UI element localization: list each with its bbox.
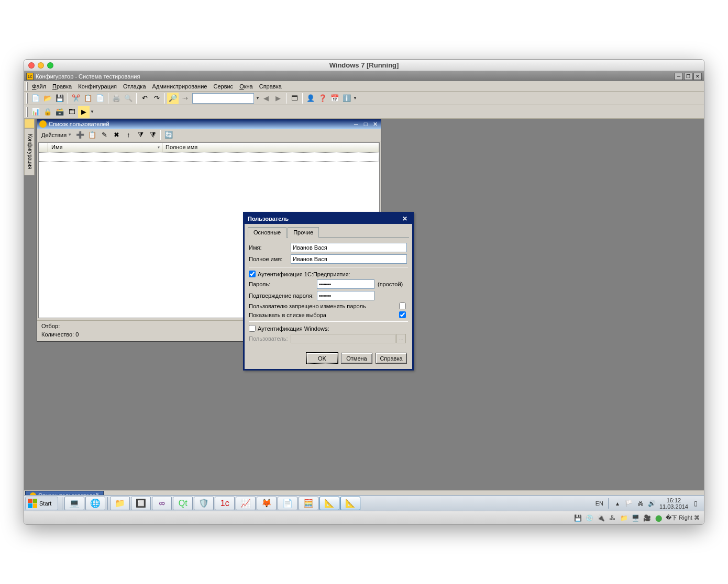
vm-usb-icon[interactable]: 🔌 — [597, 514, 605, 522]
taskbar-app-vs[interactable]: ∞ — [152, 497, 172, 510]
search-combo[interactable] — [192, 93, 254, 104]
cancel-button[interactable]: Отмена — [341, 353, 372, 364]
restore-button[interactable]: ❐ — [684, 73, 692, 80]
taskbar-app-config2[interactable]: 📐 — [340, 497, 360, 510]
fullname-field[interactable] — [291, 254, 407, 264]
userlist-titlebar[interactable]: Список пользователей ─ □ ✕ — [37, 119, 381, 129]
findnext2-icon[interactable]: ▶ — [272, 93, 284, 104]
about-icon[interactable]: ℹ️ — [341, 93, 352, 104]
vm-net-icon[interactable]: 🖧 — [608, 514, 616, 522]
actions-menu[interactable]: Действия▼ — [39, 131, 74, 139]
taskbar-app-chrome[interactable]: 🌐 — [85, 497, 105, 510]
cut-icon[interactable]: ✂️ — [70, 93, 82, 104]
find-icon[interactable]: 🔎 — [167, 93, 179, 104]
auth-win-checkbox[interactable] — [249, 325, 256, 332]
refresh-icon[interactable]: 🔄 — [163, 129, 174, 141]
start-button[interactable]: Start — [25, 497, 58, 510]
menu-service[interactable]: Сервис — [210, 82, 236, 91]
filter-icon[interactable]: ⧩ — [135, 129, 146, 141]
menu-config[interactable]: Конфигурация — [75, 82, 120, 91]
edit-icon[interactable]: ✎ — [98, 129, 110, 141]
menu-file[interactable]: Файл — [29, 82, 49, 91]
window-icon[interactable]: 🗔 — [289, 93, 300, 104]
copy-icon[interactable]: 📋 — [82, 93, 94, 104]
noedit-checkbox[interactable] — [399, 302, 406, 309]
new-row[interactable] — [39, 152, 379, 162]
redo-icon[interactable]: ↷ — [151, 93, 162, 104]
minimize-button[interactable]: ─ — [675, 73, 683, 80]
col-name[interactable]: Имя▾ — [48, 143, 162, 152]
findprev-icon[interactable]: ◀ — [260, 93, 272, 104]
userlist-close-icon[interactable]: ✕ — [371, 120, 379, 128]
userlist-max-icon[interactable]: □ — [362, 120, 369, 128]
taskbar-app-doc[interactable]: 📄 — [278, 497, 297, 510]
tray-showdesktop[interactable]: ▯ — [691, 499, 700, 508]
help-icon[interactable]: ❓ — [317, 93, 328, 104]
taskbar-app-explorer[interactable]: 💻 — [64, 497, 84, 510]
vm-cd-icon[interactable]: 💿 — [585, 514, 593, 522]
taskbar-app-ff[interactable]: 🦊 — [257, 497, 277, 510]
showlist-checkbox[interactable] — [399, 311, 406, 318]
menu-debug[interactable]: Отладка — [120, 82, 149, 91]
store-icon[interactable]: 🗃️ — [54, 106, 65, 118]
auth-1c-checkbox[interactable] — [249, 271, 256, 277]
dialog-close-icon[interactable]: ✕ — [401, 215, 409, 222]
tab-other[interactable]: Прочие — [288, 227, 319, 238]
calendar-icon[interactable]: 📅 — [329, 93, 340, 104]
save-icon[interactable]: 💾 — [54, 93, 65, 104]
preview-icon[interactable]: 🔍 — [123, 93, 134, 104]
tray-clock[interactable]: 16:12 11.03.2014 — [659, 497, 688, 510]
filteroff-icon[interactable]: ⧩̸ — [147, 129, 158, 141]
taskbar-app-config[interactable]: 📐 — [319, 497, 339, 510]
name-field[interactable] — [291, 243, 407, 252]
taskbar-app-calc[interactable]: 🧮 — [299, 497, 318, 510]
window2-icon[interactable]: 🗔 — [66, 106, 78, 118]
tab-main[interactable]: Основные — [248, 227, 286, 238]
add-icon[interactable]: ➕ — [74, 129, 86, 141]
config-tab[interactable]: Конфигурация — [24, 128, 35, 175]
new-icon[interactable]: 📄 — [30, 93, 41, 104]
help-button[interactable]: Справка — [376, 353, 407, 364]
run-icon[interactable]: ▶ — [78, 106, 90, 118]
taskbar-app-1c[interactable]: 1с — [215, 497, 235, 510]
taskbar-app-folder[interactable]: 📁 — [110, 497, 130, 510]
winuser-browse-button[interactable]: … — [396, 334, 406, 343]
password-field[interactable] — [317, 279, 374, 289]
close-button[interactable]: ✕ — [693, 73, 702, 80]
dialog-titlebar[interactable]: Пользователь ✕ — [245, 214, 412, 224]
ok-button[interactable]: OK — [306, 353, 338, 364]
vm-shared-icon[interactable]: 📁 — [620, 514, 628, 522]
lock-icon[interactable]: 🔒 — [42, 106, 53, 118]
menu-help[interactable]: Справка — [256, 82, 285, 91]
taskbar-app-qt[interactable]: Qt — [173, 497, 193, 510]
tray-lang[interactable]: EN — [595, 500, 603, 507]
tray-up-icon[interactable]: ▴ — [613, 499, 622, 508]
syntax-icon[interactable]: 👤 — [305, 93, 316, 104]
userlist-min-icon[interactable]: ─ — [352, 120, 360, 128]
menu-windows[interactable]: Окна — [236, 82, 256, 91]
config-tab-icon[interactable] — [24, 119, 35, 128]
taskbar-app-grid[interactable]: 🔲 — [131, 497, 151, 510]
tray-net-icon[interactable]: 🖧 — [636, 499, 645, 508]
delete-icon[interactable]: ✖ — [111, 129, 122, 141]
find-next-icon[interactable]: ⇢ — [179, 93, 191, 104]
menu-admin[interactable]: Администрирование — [149, 82, 211, 91]
menu-edit[interactable]: Правка — [49, 82, 75, 91]
vm-video-icon[interactable]: 🎥 — [643, 514, 651, 522]
taskbar-app-chart[interactable]: 📈 — [236, 497, 256, 510]
moveup-icon[interactable]: ↑ — [123, 129, 134, 141]
confirm-field[interactable] — [317, 291, 374, 300]
vm-mouse-icon[interactable]: ⬤ — [654, 514, 663, 522]
db-icon[interactable]: 📊 — [30, 106, 41, 118]
taskbar-app-helmet[interactable]: 🛡️ — [194, 497, 214, 510]
tray-sound-icon[interactable]: 🔊 — [648, 499, 656, 508]
print-icon[interactable]: 🖨️ — [111, 93, 122, 104]
paste-icon[interactable]: 📄 — [94, 93, 106, 104]
vm-display-icon[interactable]: 🖥️ — [631, 514, 639, 522]
copy-row-icon[interactable]: 📋 — [86, 129, 98, 141]
undo-icon[interactable]: ↶ — [139, 93, 150, 104]
open-icon[interactable]: 📂 — [42, 93, 53, 104]
col-fullname[interactable]: Полное имя — [162, 143, 379, 152]
vm-hdd-icon[interactable]: 💾 — [573, 514, 582, 522]
tray-flag-icon[interactable]: 🏳️ — [625, 499, 633, 508]
